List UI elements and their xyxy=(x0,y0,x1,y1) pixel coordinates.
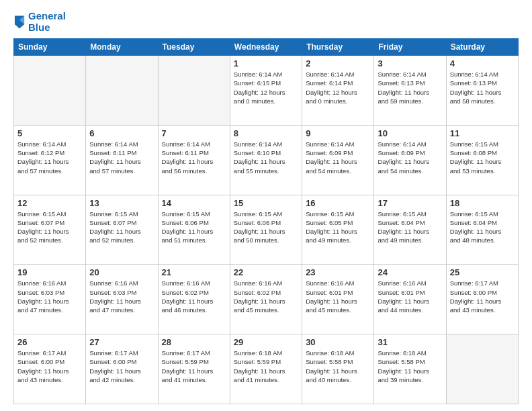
day-info: Sunrise: 6:14 AM Sunset: 6:11 PM Dayligh… xyxy=(89,140,154,175)
day-info: Sunrise: 6:15 AM Sunset: 6:04 PM Dayligh… xyxy=(450,210,515,245)
day-info: Sunrise: 6:15 AM Sunset: 6:04 PM Dayligh… xyxy=(378,210,442,245)
day-number: 10 xyxy=(378,128,442,138)
calendar-cell-3-4: 23Sunrise: 6:16 AM Sunset: 6:01 PM Dayli… xyxy=(302,265,374,334)
calendar-cell-4-2: 28Sunrise: 6:17 AM Sunset: 5:59 PM Dayli… xyxy=(158,334,230,404)
calendar-cell-2-6: 18Sunrise: 6:15 AM Sunset: 6:04 PM Dayli… xyxy=(446,195,518,265)
week-row-1: 5Sunrise: 6:14 AM Sunset: 6:12 PM Daylig… xyxy=(14,125,519,195)
day-number: 12 xyxy=(17,198,82,208)
day-info: Sunrise: 6:16 AM Sunset: 6:02 PM Dayligh… xyxy=(234,279,298,314)
calendar-cell-2-0: 12Sunrise: 6:15 AM Sunset: 6:07 PM Dayli… xyxy=(14,195,86,265)
calendar-table: SundayMondayTuesdayWednesdayThursdayFrid… xyxy=(13,38,519,404)
day-number: 21 xyxy=(162,267,226,277)
day-number: 3 xyxy=(378,58,442,68)
day-info: Sunrise: 6:14 AM Sunset: 6:12 PM Dayligh… xyxy=(17,140,82,175)
calendar-cell-0-1 xyxy=(86,56,158,126)
day-number: 15 xyxy=(234,198,298,208)
calendar-cell-2-1: 13Sunrise: 6:15 AM Sunset: 6:07 PM Dayli… xyxy=(86,195,158,265)
day-info: Sunrise: 6:16 AM Sunset: 6:01 PM Dayligh… xyxy=(378,279,442,314)
day-info: Sunrise: 6:18 AM Sunset: 5:58 PM Dayligh… xyxy=(378,349,442,384)
day-info: Sunrise: 6:15 AM Sunset: 6:06 PM Dayligh… xyxy=(234,210,298,245)
day-number: 26 xyxy=(17,337,82,347)
day-info: Sunrise: 6:15 AM Sunset: 6:07 PM Dayligh… xyxy=(17,210,82,245)
calendar-cell-1-6: 11Sunrise: 6:15 AM Sunset: 6:08 PM Dayli… xyxy=(446,125,518,195)
day-number: 29 xyxy=(234,337,298,347)
calendar-cell-0-4: 2Sunrise: 6:14 AM Sunset: 6:14 PM Daylig… xyxy=(302,56,374,126)
day-info: Sunrise: 6:15 AM Sunset: 6:08 PM Dayligh… xyxy=(450,140,515,175)
day-number: 9 xyxy=(306,128,370,138)
day-info: Sunrise: 6:17 AM Sunset: 6:00 PM Dayligh… xyxy=(450,279,515,314)
calendar-cell-4-4: 30Sunrise: 6:18 AM Sunset: 5:58 PM Dayli… xyxy=(302,334,374,404)
day-number: 2 xyxy=(306,58,370,68)
day-info: Sunrise: 6:17 AM Sunset: 6:00 PM Dayligh… xyxy=(17,349,82,384)
week-row-0: 1Sunrise: 6:14 AM Sunset: 6:15 PM Daylig… xyxy=(14,56,519,126)
weekday-header-thursday: Thursday xyxy=(302,39,374,56)
weekday-header-monday: Monday xyxy=(86,39,158,56)
day-number: 5 xyxy=(17,128,82,138)
week-row-4: 26Sunrise: 6:17 AM Sunset: 6:00 PM Dayli… xyxy=(14,334,519,404)
day-info: Sunrise: 6:15 AM Sunset: 6:05 PM Dayligh… xyxy=(306,210,370,245)
calendar-cell-0-3: 1Sunrise: 6:14 AM Sunset: 6:15 PM Daylig… xyxy=(230,56,302,126)
calendar-cell-4-0: 26Sunrise: 6:17 AM Sunset: 6:00 PM Dayli… xyxy=(14,334,86,404)
day-number: 17 xyxy=(378,198,442,208)
logo: General Blue xyxy=(13,11,66,33)
day-number: 28 xyxy=(162,337,226,347)
day-number: 20 xyxy=(89,267,154,277)
calendar-cell-4-1: 27Sunrise: 6:17 AM Sunset: 6:00 PM Dayli… xyxy=(86,334,158,404)
day-number: 1 xyxy=(234,58,298,68)
day-info: Sunrise: 6:15 AM Sunset: 6:06 PM Dayligh… xyxy=(162,210,226,245)
calendar-cell-4-6 xyxy=(446,334,518,404)
day-info: Sunrise: 6:14 AM Sunset: 6:09 PM Dayligh… xyxy=(306,140,370,175)
day-info: Sunrise: 6:16 AM Sunset: 6:02 PM Dayligh… xyxy=(162,279,226,314)
day-info: Sunrise: 6:16 AM Sunset: 6:01 PM Dayligh… xyxy=(306,279,370,314)
day-info: Sunrise: 6:17 AM Sunset: 5:59 PM Dayligh… xyxy=(162,349,226,384)
day-info: Sunrise: 6:14 AM Sunset: 6:10 PM Dayligh… xyxy=(234,140,298,175)
day-number: 31 xyxy=(378,337,442,347)
calendar-cell-3-1: 20Sunrise: 6:16 AM Sunset: 6:03 PM Dayli… xyxy=(86,265,158,334)
day-info: Sunrise: 6:16 AM Sunset: 6:03 PM Dayligh… xyxy=(17,279,82,314)
weekday-header-saturday: Saturday xyxy=(446,39,518,56)
calendar-cell-0-0 xyxy=(14,56,86,126)
day-info: Sunrise: 6:14 AM Sunset: 6:13 PM Dayligh… xyxy=(378,70,442,105)
day-info: Sunrise: 6:17 AM Sunset: 6:00 PM Dayligh… xyxy=(89,349,154,384)
day-number: 11 xyxy=(450,128,515,138)
calendar-cell-3-0: 19Sunrise: 6:16 AM Sunset: 6:03 PM Dayli… xyxy=(14,265,86,334)
calendar-cell-1-3: 8Sunrise: 6:14 AM Sunset: 6:10 PM Daylig… xyxy=(230,125,302,195)
calendar-cell-2-5: 17Sunrise: 6:15 AM Sunset: 6:04 PM Dayli… xyxy=(374,195,446,265)
week-row-3: 19Sunrise: 6:16 AM Sunset: 6:03 PM Dayli… xyxy=(14,265,519,334)
calendar-cell-4-5: 31Sunrise: 6:18 AM Sunset: 5:58 PM Dayli… xyxy=(374,334,446,404)
calendar-cell-3-6: 25Sunrise: 6:17 AM Sunset: 6:00 PM Dayli… xyxy=(446,265,518,334)
day-number: 14 xyxy=(162,198,226,208)
calendar-cell-3-5: 24Sunrise: 6:16 AM Sunset: 6:01 PM Dayli… xyxy=(374,265,446,334)
day-number: 16 xyxy=(306,198,370,208)
weekday-header-tuesday: Tuesday xyxy=(158,39,230,56)
day-info: Sunrise: 6:15 AM Sunset: 6:07 PM Dayligh… xyxy=(89,210,154,245)
day-number: 4 xyxy=(450,58,515,68)
calendar-cell-2-2: 14Sunrise: 6:15 AM Sunset: 6:06 PM Dayli… xyxy=(158,195,230,265)
day-info: Sunrise: 6:14 AM Sunset: 6:14 PM Dayligh… xyxy=(306,70,370,105)
calendar-cell-2-4: 16Sunrise: 6:15 AM Sunset: 6:05 PM Dayli… xyxy=(302,195,374,265)
header: General Blue xyxy=(13,11,519,33)
day-number: 18 xyxy=(450,198,515,208)
day-number: 23 xyxy=(306,267,370,277)
weekday-header-wednesday: Wednesday xyxy=(230,39,302,56)
calendar-cell-1-1: 6Sunrise: 6:14 AM Sunset: 6:11 PM Daylig… xyxy=(86,125,158,195)
calendar-cell-1-5: 10Sunrise: 6:14 AM Sunset: 6:09 PM Dayli… xyxy=(374,125,446,195)
logo-text: General Blue xyxy=(28,11,66,33)
calendar-cell-1-0: 5Sunrise: 6:14 AM Sunset: 6:12 PM Daylig… xyxy=(14,125,86,195)
day-number: 8 xyxy=(234,128,298,138)
calendar-cell-0-5: 3Sunrise: 6:14 AM Sunset: 6:13 PM Daylig… xyxy=(374,56,446,126)
day-info: Sunrise: 6:14 AM Sunset: 6:13 PM Dayligh… xyxy=(450,70,515,105)
day-number: 13 xyxy=(89,198,154,208)
calendar-cell-3-3: 22Sunrise: 6:16 AM Sunset: 6:02 PM Dayli… xyxy=(230,265,302,334)
calendar-cell-3-2: 21Sunrise: 6:16 AM Sunset: 6:02 PM Dayli… xyxy=(158,265,230,334)
day-number: 22 xyxy=(234,267,298,277)
calendar-cell-0-6: 4Sunrise: 6:14 AM Sunset: 6:13 PM Daylig… xyxy=(446,56,518,126)
calendar-cell-1-2: 7Sunrise: 6:14 AM Sunset: 6:11 PM Daylig… xyxy=(158,125,230,195)
week-row-2: 12Sunrise: 6:15 AM Sunset: 6:07 PM Dayli… xyxy=(14,195,519,265)
day-number: 7 xyxy=(162,128,226,138)
weekday-header-friday: Friday xyxy=(374,39,446,56)
calendar-cell-1-4: 9Sunrise: 6:14 AM Sunset: 6:09 PM Daylig… xyxy=(302,125,374,195)
day-number: 6 xyxy=(89,128,154,138)
weekday-header-sunday: Sunday xyxy=(14,39,86,56)
day-info: Sunrise: 6:16 AM Sunset: 6:03 PM Dayligh… xyxy=(89,279,154,314)
